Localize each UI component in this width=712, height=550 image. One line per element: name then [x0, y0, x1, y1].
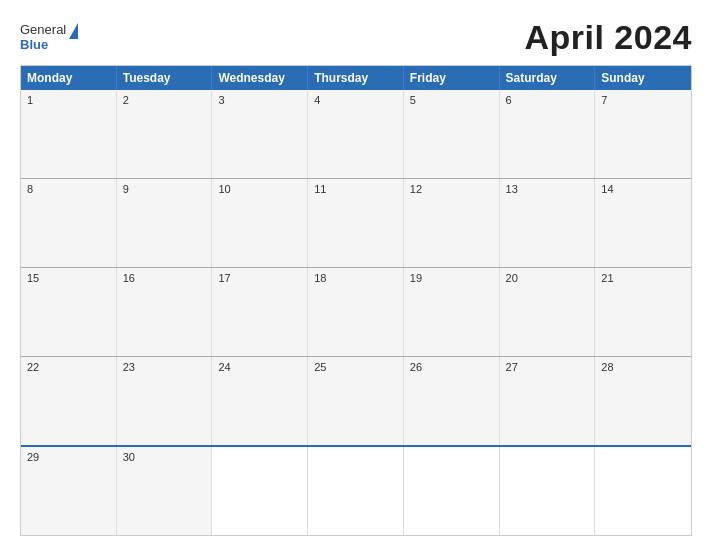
day-cell: 3 [212, 90, 308, 178]
day-number: 23 [123, 361, 135, 373]
day-header-thursday: Thursday [308, 66, 404, 90]
day-number: 19 [410, 272, 422, 284]
day-cell: 15 [21, 268, 117, 356]
day-cell: 25 [308, 357, 404, 445]
day-cell [500, 447, 596, 535]
day-header-tuesday: Tuesday [117, 66, 213, 90]
day-header-sunday: Sunday [595, 66, 691, 90]
day-cell: 1 [21, 90, 117, 178]
page-header: General Blue April 2024 [20, 18, 692, 57]
day-cell: 19 [404, 268, 500, 356]
day-cell: 9 [117, 179, 213, 267]
day-number: 7 [601, 94, 607, 106]
day-number: 14 [601, 183, 613, 195]
day-cell: 28 [595, 357, 691, 445]
weeks-container: 1234567891011121314151617181920212223242… [21, 90, 691, 535]
day-cell [404, 447, 500, 535]
day-cell: 11 [308, 179, 404, 267]
day-cell: 6 [500, 90, 596, 178]
day-number: 9 [123, 183, 129, 195]
day-number: 10 [218, 183, 230, 195]
day-number: 6 [506, 94, 512, 106]
logo-general-text: General [20, 22, 66, 38]
day-cell: 29 [21, 447, 117, 535]
day-cell: 7 [595, 90, 691, 178]
day-number: 12 [410, 183, 422, 195]
logo: General Blue [20, 22, 78, 52]
day-cell [212, 447, 308, 535]
day-cell: 21 [595, 268, 691, 356]
day-number: 26 [410, 361, 422, 373]
day-number: 13 [506, 183, 518, 195]
day-cell: 27 [500, 357, 596, 445]
day-header-wednesday: Wednesday [212, 66, 308, 90]
day-headers-row: MondayTuesdayWednesdayThursdayFridaySatu… [21, 66, 691, 90]
day-cell: 24 [212, 357, 308, 445]
day-cell: 22 [21, 357, 117, 445]
day-cell: 2 [117, 90, 213, 178]
day-number: 11 [314, 183, 326, 195]
day-number: 5 [410, 94, 416, 106]
day-cell: 17 [212, 268, 308, 356]
day-number: 16 [123, 272, 135, 284]
calendar-title: April 2024 [524, 18, 692, 57]
calendar: MondayTuesdayWednesdayThursdayFridaySatu… [20, 65, 692, 536]
day-header-friday: Friday [404, 66, 500, 90]
day-cell [595, 447, 691, 535]
day-cell: 13 [500, 179, 596, 267]
day-number: 2 [123, 94, 129, 106]
day-cell: 16 [117, 268, 213, 356]
day-number: 18 [314, 272, 326, 284]
day-cell: 8 [21, 179, 117, 267]
week-row-3: 15161718192021 [21, 267, 691, 356]
day-number: 27 [506, 361, 518, 373]
day-cell: 14 [595, 179, 691, 267]
day-number: 20 [506, 272, 518, 284]
day-cell: 23 [117, 357, 213, 445]
day-number: 25 [314, 361, 326, 373]
day-cell: 5 [404, 90, 500, 178]
day-cell: 30 [117, 447, 213, 535]
day-number: 29 [27, 451, 39, 463]
day-cell: 18 [308, 268, 404, 356]
day-cell: 12 [404, 179, 500, 267]
day-number: 15 [27, 272, 39, 284]
day-header-monday: Monday [21, 66, 117, 90]
week-row-4: 22232425262728 [21, 356, 691, 445]
day-cell: 20 [500, 268, 596, 356]
day-number: 4 [314, 94, 320, 106]
day-number: 3 [218, 94, 224, 106]
day-number: 22 [27, 361, 39, 373]
day-cell [308, 447, 404, 535]
day-number: 28 [601, 361, 613, 373]
day-number: 30 [123, 451, 135, 463]
day-number: 21 [601, 272, 613, 284]
logo-triangle-icon [69, 23, 78, 39]
week-row-2: 891011121314 [21, 178, 691, 267]
week-row-1: 1234567 [21, 90, 691, 178]
day-number: 1 [27, 94, 33, 106]
day-number: 8 [27, 183, 33, 195]
day-cell: 26 [404, 357, 500, 445]
day-header-saturday: Saturday [500, 66, 596, 90]
week-row-5: 2930 [21, 445, 691, 535]
day-number: 17 [218, 272, 230, 284]
day-number: 24 [218, 361, 230, 373]
day-cell: 10 [212, 179, 308, 267]
logo-blue-text: Blue [20, 37, 48, 53]
day-cell: 4 [308, 90, 404, 178]
